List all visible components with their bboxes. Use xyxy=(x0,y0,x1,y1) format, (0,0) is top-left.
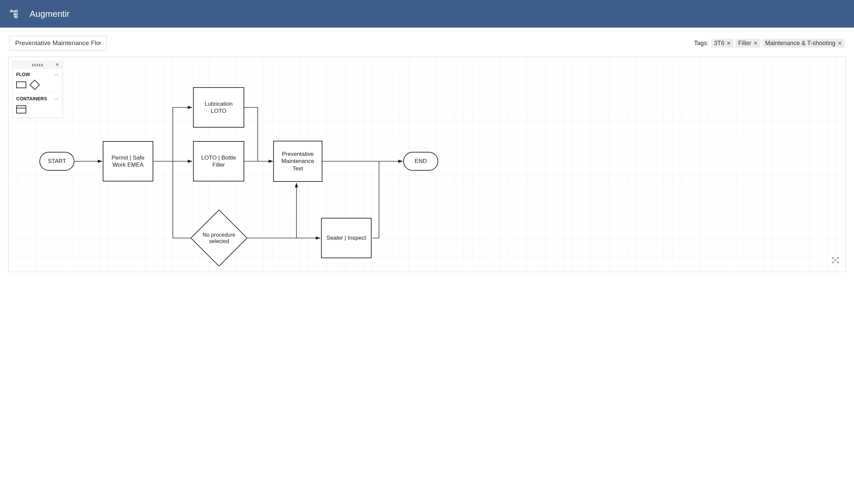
container-shapes xyxy=(13,104,62,118)
chevron-up-icon: ︿ xyxy=(55,96,58,101)
chevron-up-icon: ︿ xyxy=(55,71,58,77)
node-permit[interactable]: Permit | Safe Work EMEA xyxy=(103,141,153,181)
node-end[interactable]: END xyxy=(403,152,438,171)
node-lubrication[interactable]: Lubrication LOTO xyxy=(193,87,244,128)
palette-section-flow[interactable]: FLOW ︿ xyxy=(13,69,62,80)
node-label: Lubrication LOTO xyxy=(197,100,240,115)
node-label: START xyxy=(48,158,66,165)
tags-label: Tags: xyxy=(694,40,709,47)
section-label: FLOW xyxy=(16,72,30,77)
tags-row: Tags: 3T6 ✕ Filler ✕ Maintenance & T-sho… xyxy=(694,39,844,48)
close-icon[interactable]: ✕ xyxy=(55,62,59,67)
svg-rect-2 xyxy=(16,14,18,15)
flow-shapes xyxy=(13,80,62,93)
shape-palette[interactable]: ▮▮▮▮▮ ✕ FLOW ︿ CONTAINERS ︿ xyxy=(13,61,62,118)
tag-label: Maintenance & T-shooting xyxy=(765,40,835,47)
svg-rect-1 xyxy=(16,11,18,12)
tag-3t6[interactable]: 3T6 ✕ xyxy=(711,39,733,48)
flow-canvas[interactable]: ▮▮▮▮▮ ✕ FLOW ︿ CONTAINERS ︿ START Permit… xyxy=(8,57,846,272)
shape-container[interactable] xyxy=(16,105,26,113)
shape-rectangle[interactable] xyxy=(16,82,26,88)
node-label: No procedure selected xyxy=(199,218,239,258)
app-name: Augmentir xyxy=(30,9,70,19)
node-label: Sealer | Inspect xyxy=(327,234,366,241)
fit-to-screen-icon[interactable] xyxy=(831,255,840,266)
node-label: Preventative Maintenance Test xyxy=(277,150,318,172)
section-label: CONTAINERS xyxy=(16,96,47,101)
shape-diamond[interactable] xyxy=(29,79,40,90)
node-sealer[interactable]: Sealer | Inspect xyxy=(321,218,371,258)
close-icon[interactable]: ✕ xyxy=(837,40,842,47)
node-label: Permit | Safe Work EMEA xyxy=(107,154,149,169)
svg-rect-3 xyxy=(16,16,18,18)
close-icon[interactable]: ✕ xyxy=(726,40,731,47)
tag-label: Filler xyxy=(738,40,751,47)
tag-maintenance[interactable]: Maintenance & T-shooting ✕ xyxy=(762,39,844,48)
tag-label: 3T6 xyxy=(714,40,724,47)
node-label: END xyxy=(415,158,427,165)
tree-icon xyxy=(10,9,19,19)
node-pm-test[interactable]: Preventative Maintenance Test xyxy=(273,141,323,182)
node-label: LOTO | Bottle Filler xyxy=(197,154,240,169)
drag-handle-icon[interactable]: ▮▮▮▮▮ xyxy=(32,63,43,67)
palette-header[interactable]: ▮▮▮▮▮ ✕ xyxy=(13,61,62,69)
palette-section-containers[interactable]: CONTAINERS ︿ xyxy=(13,93,62,104)
node-no-procedure[interactable]: No procedure selected xyxy=(199,218,239,258)
svg-point-9 xyxy=(835,259,836,261)
toolbar: Tags: 3T6 ✕ Filler ✕ Maintenance & T-sho… xyxy=(0,28,854,57)
node-start[interactable]: START xyxy=(39,152,74,171)
tag-filler[interactable]: Filler ✕ xyxy=(735,39,760,48)
svg-rect-0 xyxy=(11,11,13,12)
flow-title-input[interactable] xyxy=(10,36,106,51)
close-icon[interactable]: ✕ xyxy=(753,40,757,47)
app-header: Augmentir xyxy=(0,0,854,28)
node-loto-filler[interactable]: LOTO | Bottle Filler xyxy=(193,141,244,181)
